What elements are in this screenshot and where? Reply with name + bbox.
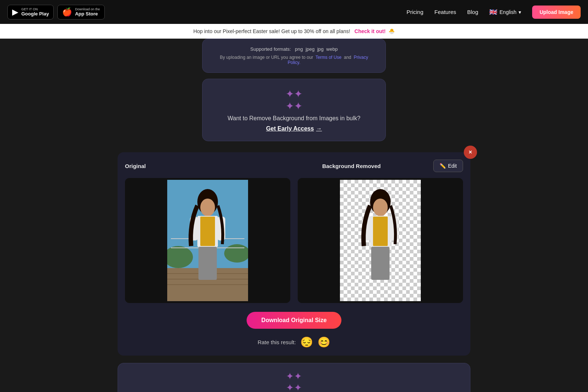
features-link[interactable]: Features xyxy=(434,9,456,15)
download-section: Download Original Size Rate this result:… xyxy=(125,312,463,348)
app-store-text: Download on the App Store xyxy=(75,7,100,17)
rate-label: Rate this result: xyxy=(258,339,296,345)
images-row xyxy=(125,178,463,303)
main-content: Supported formats: png jpeg jpg webp By … xyxy=(0,39,588,392)
early-access-link[interactable]: Get Early Access → xyxy=(266,125,322,132)
original-label: Original xyxy=(125,163,146,169)
chevron-down-icon: ▾ xyxy=(519,9,521,15)
top-card: Supported formats: png jpeg jpg webp By … xyxy=(202,39,386,73)
format-jpg: jpg xyxy=(317,46,323,52)
format-webp: webp xyxy=(326,46,338,52)
results-labels: Original Background Removed xyxy=(125,163,381,169)
supported-formats: Supported formats: png jpeg jpg webp xyxy=(214,46,374,52)
pricing-link[interactable]: Pricing xyxy=(406,9,423,15)
navbar: ▶ GET IT ON Google Play 🍎 Download on th… xyxy=(0,0,588,24)
upload-image-button[interactable]: Upload Image xyxy=(532,6,581,19)
results-section: × Original Background Removed ✏️ Edit xyxy=(118,152,470,356)
edit-button[interactable]: ✏️ Edit xyxy=(433,160,463,172)
removed-bg-image xyxy=(340,180,421,301)
format-png: png xyxy=(295,46,303,52)
svg-rect-24 xyxy=(373,217,388,246)
bulk-icon: ✦✦✦✦ xyxy=(214,88,374,112)
edit-icon: ✏️ xyxy=(440,163,446,169)
language-selector[interactable]: 🇬🇧 English ▾ xyxy=(489,8,521,16)
bulk-removal-card: ✦✦✦✦ Want to Remove Background from Imag… xyxy=(202,79,386,141)
sad-rating-button[interactable]: 😔 xyxy=(300,336,313,348)
promo-emoji: 🐣 xyxy=(388,28,395,34)
terms-text: By uploading an image or URL you agree t… xyxy=(214,55,374,65)
navbar-right: Pricing Features Blog 🇬🇧 English ▾ Uploa… xyxy=(406,6,581,19)
promo-text: Hop into our Pixel-perfect Easter sale! … xyxy=(193,28,350,34)
blog-link[interactable]: Blog xyxy=(467,9,478,15)
google-play-icon: ▶ xyxy=(12,7,18,17)
close-button[interactable]: × xyxy=(464,146,477,159)
svg-rect-15 xyxy=(198,247,217,280)
svg-rect-12 xyxy=(200,217,215,246)
promo-banner: Hop into our Pixel-perfect Easter sale! … xyxy=(0,24,588,39)
removed-bg-image-panel xyxy=(298,178,463,303)
svg-rect-27 xyxy=(371,247,390,280)
promo-cta-link[interactable]: Check it out! xyxy=(355,28,386,34)
results-header: Original Background Removed ✏️ Edit xyxy=(125,160,463,172)
google-play-badge[interactable]: ▶ GET IT ON Google Play xyxy=(7,5,54,19)
arrow-icon: → xyxy=(316,125,322,132)
bottom-bulk-icon: ✦✦✦✦ xyxy=(125,371,463,392)
flag-icon: 🇬🇧 xyxy=(489,8,497,16)
background-removed-label: Background Removed xyxy=(322,163,381,169)
original-image-panel xyxy=(125,178,290,303)
google-play-text: GET IT ON Google Play xyxy=(21,7,49,17)
navbar-left: ▶ GET IT ON Google Play 🍎 Download on th… xyxy=(7,5,105,19)
svg-point-22 xyxy=(373,199,388,216)
download-original-size-button[interactable]: Download Original Size xyxy=(247,312,341,329)
svg-point-10 xyxy=(200,199,215,216)
terms-of-use-link[interactable]: Terms of Use xyxy=(315,55,341,60)
app-store-badge[interactable]: 🍎 Download on the App Store xyxy=(57,5,105,19)
bottom-teaser-card: ✦✦✦✦ xyxy=(118,363,470,392)
happy-rating-button[interactable]: 😊 xyxy=(318,336,330,348)
bulk-title: Want to Remove Background from Images in… xyxy=(214,115,374,122)
original-image xyxy=(167,180,248,301)
apple-icon: 🍎 xyxy=(62,7,72,17)
format-jpeg: jpeg xyxy=(305,46,315,52)
language-label: English xyxy=(499,9,516,15)
rate-section: Rate this result: 😔 😊 xyxy=(258,336,330,348)
